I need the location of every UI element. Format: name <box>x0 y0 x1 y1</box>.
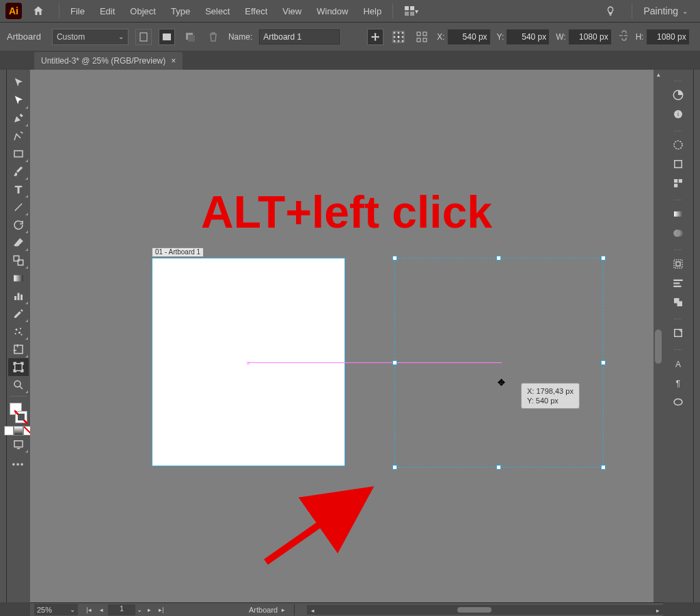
scroll-left-button[interactable]: ◂ <box>307 605 318 616</box>
resize-handle[interactable] <box>392 256 397 260</box>
pathfinder-panel-icon[interactable] <box>668 293 688 311</box>
rotate-tool[interactable] <box>8 216 29 234</box>
zoom-tool[interactable] <box>8 376 29 394</box>
last-artboard-button[interactable]: ▸| <box>156 604 167 615</box>
y-label: Y: <box>497 32 504 42</box>
first-artboard-button[interactable]: |◂ <box>83 604 94 615</box>
w-input[interactable] <box>569 29 611 44</box>
delete-artboard-button[interactable] <box>205 29 221 45</box>
move-artwork-toggle[interactable] <box>367 29 383 45</box>
appearance-panel-icon[interactable] <box>668 324 688 342</box>
panel-group-handle[interactable]: ┄┄ <box>674 78 682 84</box>
h-input[interactable] <box>647 29 689 44</box>
artboard-number-input[interactable]: 1 <box>108 604 135 615</box>
panel-group-handle[interactable]: ┄┄ <box>674 316 682 322</box>
column-graph-tool[interactable] <box>8 287 29 305</box>
gradient-panel-icon[interactable] <box>668 205 688 223</box>
gradient-tool[interactable] <box>8 269 29 287</box>
menu-edit[interactable]: Edit <box>93 0 122 22</box>
canvas[interactable]: 01 - Artboard 1 × ✥ X: 1798,43 px Y: 540… <box>30 70 663 602</box>
opentype-panel-icon[interactable] <box>668 393 688 411</box>
resize-handle[interactable] <box>601 256 606 260</box>
artboard-drag-selection[interactable] <box>394 258 604 468</box>
resize-handle[interactable] <box>392 360 397 365</box>
character-panel-icon[interactable]: A <box>668 355 688 373</box>
transparency-panel-icon[interactable] <box>668 224 688 242</box>
arrange-documents-button[interactable]: ▾ <box>397 0 425 22</box>
scroll-right-button[interactable]: ▸ <box>652 605 663 616</box>
line-segment-tool[interactable] <box>8 198 29 216</box>
eraser-tool[interactable] <box>8 234 29 252</box>
x-input[interactable] <box>448 29 490 44</box>
align-panel-icon[interactable] <box>668 274 688 292</box>
color-panel-icon[interactable] <box>668 86 688 104</box>
panel-group-handle[interactable]: ┄┄ <box>674 128 682 134</box>
curvature-tool[interactable] <box>8 127 29 145</box>
artboard-preset-dropdown[interactable]: Custom ⌄ <box>52 29 129 45</box>
menu-help[interactable]: Help <box>356 0 388 22</box>
panel-group-handle[interactable]: ┄┄ <box>674 247 682 253</box>
symbols-panel-icon[interactable] <box>668 174 688 192</box>
scale-tool[interactable] <box>8 252 29 269</box>
panel-group-handle[interactable]: ┄┄ <box>674 347 682 353</box>
horizontal-scrollbar[interactable]: ◂ ▸ <box>307 605 663 615</box>
workspace-switcher[interactable]: Painting ⌄ <box>636 0 695 22</box>
prev-artboard-button[interactable]: ◂ <box>96 604 107 615</box>
edit-toolbar-button[interactable]: ••• <box>8 453 29 471</box>
panel-group-handle[interactable]: ┄┄ <box>674 197 682 203</box>
close-tab-button[interactable]: × <box>171 56 176 66</box>
left-dock-handle[interactable] <box>0 70 7 602</box>
color-guide-panel-icon[interactable]: i <box>668 105 688 123</box>
document-tab[interactable]: Untitled-3* @ 25% (RGB/Preview) × <box>34 52 183 70</box>
new-artboard-button[interactable] <box>182 29 198 45</box>
artboard-tool[interactable] <box>8 358 29 376</box>
artboard-name-input[interactable] <box>259 29 340 44</box>
right-dock-handle[interactable] <box>693 70 700 602</box>
color-mode-button[interactable] <box>4 426 14 436</box>
orientation-portrait-button[interactable] <box>135 29 152 45</box>
resize-handle[interactable] <box>496 465 501 470</box>
type-tool[interactable] <box>8 180 29 198</box>
search-help-button[interactable] <box>602 2 619 20</box>
scroll-thumb[interactable] <box>655 330 662 364</box>
vertical-scrollbar[interactable]: ▴ <box>654 70 663 602</box>
resize-handle[interactable] <box>496 256 501 260</box>
link-dimensions-button[interactable] <box>618 30 629 43</box>
pen-tool[interactable] <box>8 109 29 127</box>
orientation-landscape-button[interactable] <box>159 29 175 45</box>
menu-select[interactable]: Select <box>198 0 237 22</box>
swatches-panel-icon[interactable] <box>668 136 688 154</box>
resize-handle[interactable] <box>601 465 606 470</box>
next-artboard-button[interactable]: ▸ <box>144 604 154 615</box>
slice-tool[interactable] <box>8 340 29 358</box>
artboard-options-button[interactable] <box>414 29 430 45</box>
resize-handle[interactable] <box>392 465 397 470</box>
menu-type[interactable]: Type <box>164 0 197 22</box>
reference-point-grid[interactable] <box>390 29 407 45</box>
paragraph-panel-icon[interactable]: ¶ <box>668 374 688 392</box>
fill-stroke-swatches[interactable] <box>8 401 29 425</box>
stroke-panel-icon[interactable] <box>668 255 688 273</box>
gradient-mode-button[interactable] <box>14 426 23 436</box>
y-input[interactable] <box>507 29 549 44</box>
menu-file[interactable]: File <box>64 0 92 22</box>
symbol-sprayer-tool[interactable] <box>8 323 29 340</box>
screen-mode-button[interactable] <box>8 436 29 453</box>
scroll-up-button[interactable]: ▴ <box>654 70 663 79</box>
direct-selection-tool[interactable] <box>8 92 29 109</box>
eyedropper-tool[interactable] <box>8 305 29 323</box>
paintbrush-tool[interactable] <box>8 163 29 180</box>
menu-effect[interactable]: Effect <box>238 0 274 22</box>
stroke-swatch[interactable] <box>15 411 27 423</box>
menu-view[interactable]: View <box>275 0 308 22</box>
resize-handle[interactable] <box>601 360 606 365</box>
home-button[interactable] <box>29 1 48 21</box>
scroll-thumb[interactable] <box>457 607 492 613</box>
menu-window[interactable]: Window <box>310 0 355 22</box>
zoom-dropdown[interactable]: 25% ⌄ <box>34 604 78 615</box>
brushes-panel-icon[interactable] <box>668 155 688 173</box>
selection-tool[interactable] <box>8 74 29 92</box>
rectangle-tool[interactable] <box>8 145 29 163</box>
menu-object[interactable]: Object <box>123 0 163 22</box>
status-menu-button[interactable]: ▸ <box>278 604 288 615</box>
